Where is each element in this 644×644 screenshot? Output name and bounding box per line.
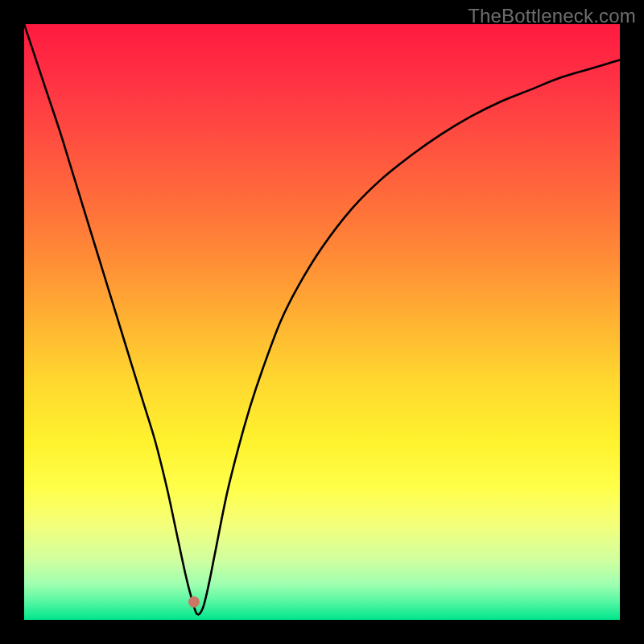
gradient-background [24, 24, 620, 620]
plot-area [24, 24, 620, 620]
chart-frame: TheBottleneck.com [0, 0, 644, 644]
optimal-point-marker [188, 597, 200, 608]
bottleneck-chart [24, 24, 620, 620]
